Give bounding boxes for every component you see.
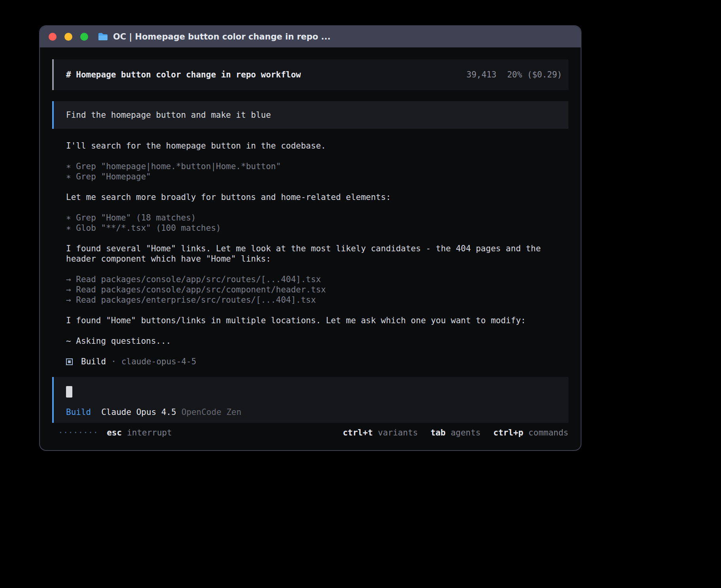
window-title-group: OC | Homepage button color change in rep…	[98, 32, 330, 41]
spinner-dots: ········	[58, 428, 98, 438]
variants-label: variants	[378, 428, 418, 438]
titlebar[interactable]: OC | Homepage button color change in rep…	[40, 26, 581, 47]
tool-call-group-2: ∗ Grep "Home" (18 matches) ∗ Glob "**/*.…	[66, 213, 570, 233]
ctrl-t-key: ctrl+t	[343, 428, 373, 438]
token-count: 39,413	[466, 70, 496, 80]
tool-call-read[interactable]: → Read packages/console/app/src/componen…	[66, 285, 570, 295]
tool-call-group-3: → Read packages/console/app/src/routes/[…	[66, 274, 570, 305]
commands-label: commands	[528, 428, 568, 438]
text-cursor	[66, 386, 72, 398]
tool-call-grep[interactable]: ∗ Grep "homepage|home.*button|Home.*butt…	[66, 161, 570, 172]
session-stats: 39,413 20% ($0.29)	[466, 70, 562, 80]
tool-call-grep[interactable]: ∗ Grep "Home" (18 matches)	[66, 213, 570, 223]
tool-call-group-1: ∗ Grep "homepage|home.*button|Home.*butt…	[66, 161, 570, 182]
tool-call-grep[interactable]: ∗ Grep "Homepage"	[66, 172, 570, 182]
agent-name: Build	[81, 356, 106, 367]
tool-call-read[interactable]: → Read packages/enterprise/src/routes/[.…	[66, 295, 570, 305]
traffic-lights	[49, 33, 88, 41]
zoom-button[interactable]	[80, 33, 88, 41]
session-title: # Homepage button color change in repo w…	[66, 70, 301, 80]
terminal-content: # Homepage button color change in repo w…	[40, 47, 581, 450]
close-button[interactable]	[49, 33, 57, 41]
window-title: OC | Homepage button color change in rep…	[113, 32, 330, 41]
input-provider-label: OpenCode Zen	[181, 407, 242, 417]
transcript: I'll search for the homepage button in t…	[66, 141, 570, 377]
esc-label: interrupt	[127, 428, 172, 438]
agent-status-line: Build · claude-opus-4-5	[66, 356, 570, 367]
shortcut-agents: tab agents	[430, 428, 481, 438]
assistant-text-ask: I found "Home" buttons/links in multiple…	[66, 315, 570, 326]
agent-model: claude-opus-4-5	[121, 356, 196, 367]
input-mode-badge[interactable]: Build	[66, 407, 91, 417]
shortcut-commands: ctrl+p commands	[493, 428, 568, 438]
folder-icon	[98, 32, 108, 41]
input-meta: Build Claude Opus 4.5 OpenCode Zen	[66, 407, 556, 417]
assistant-text-candidates: I found several "Home" links. Let me loo…	[66, 243, 570, 264]
user-message-text: Find the homepage button and make it blu…	[66, 110, 271, 120]
status-bar: ········ esc interrupt ctrl+t variants t…	[52, 428, 568, 438]
user-message: Find the homepage button and make it blu…	[52, 101, 568, 129]
session-header: # Homepage button color change in repo w…	[52, 59, 568, 90]
agent-task-icon	[66, 358, 73, 365]
prompt-input[interactable]: Build Claude Opus 4.5 OpenCode Zen	[52, 377, 568, 423]
agent-separator: ·	[111, 356, 116, 367]
shortcut-interrupt: esc interrupt	[107, 428, 172, 438]
tool-call-glob[interactable]: ∗ Glob "**/*.tsx" (100 matches)	[66, 223, 570, 233]
esc-key: esc	[107, 428, 122, 438]
shortcut-variants: ctrl+t variants	[343, 428, 418, 438]
terminal-window: OC | Homepage button color change in rep…	[39, 25, 581, 451]
tool-call-read[interactable]: → Read packages/console/app/src/routes/[…	[66, 274, 570, 285]
asking-questions-status: ~ Asking questions...	[66, 336, 570, 346]
tab-key: tab	[430, 428, 445, 438]
assistant-text-intro: I'll search for the homepage button in t…	[66, 141, 570, 151]
input-model-label[interactable]: Claude Opus 4.5	[101, 407, 176, 417]
minimize-button[interactable]	[64, 33, 72, 41]
ctrl-p-key: ctrl+p	[493, 428, 523, 438]
context-usage: 20% ($0.29)	[507, 70, 562, 80]
assistant-text-broader: Let me search more broadly for buttons a…	[66, 192, 570, 202]
agents-label: agents	[451, 428, 481, 438]
